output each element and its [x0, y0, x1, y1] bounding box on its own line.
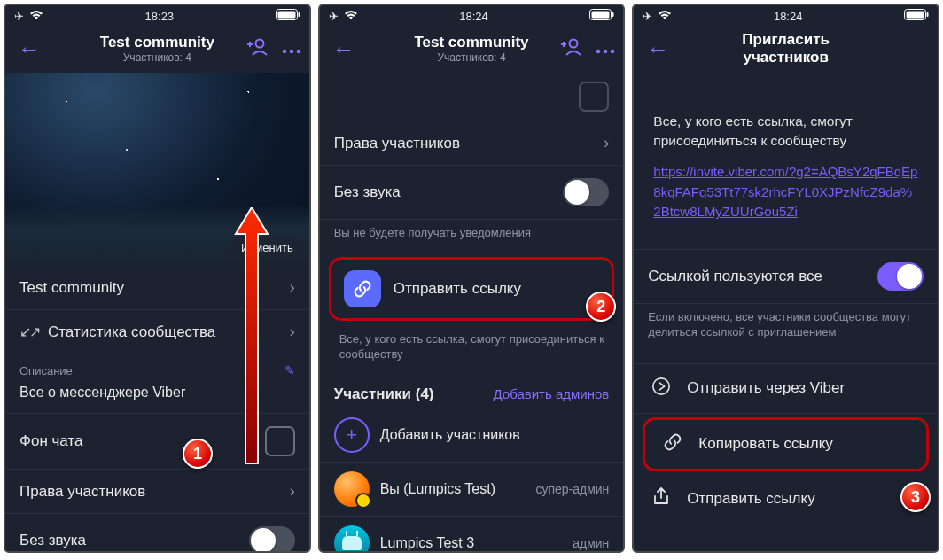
members-count-label: Участники (4) [334, 385, 434, 403]
mute-row[interactable]: Без звука [320, 166, 624, 220]
share-icon [650, 487, 673, 511]
member-row[interactable]: Lumpics Test 3 админ [320, 517, 624, 551]
status-bar: ✈ 18:24 [634, 5, 938, 25]
wifi-icon [658, 10, 672, 23]
member-name: Вы (Lumpics Test) [380, 481, 495, 497]
invite-link[interactable]: https://invite.viber.com/?g2=AQBsY2qFBqE… [634, 157, 938, 226]
send-link-button[interactable]: Отправить ссылку [329, 257, 615, 321]
chevron-right-icon: › [290, 278, 295, 297]
chat-background-label: Фон чата [19, 432, 265, 450]
nav-subtitle: Участников: 4 [414, 51, 528, 64]
link-icon [661, 432, 684, 456]
description-header-label: Описание [19, 364, 73, 377]
avatar [334, 525, 370, 551]
svg-point-10 [570, 39, 578, 47]
send-via-viber-label: Отправить через Viber [687, 379, 845, 397]
svg-rect-16 [907, 12, 924, 19]
send-link-row[interactable]: Отправить ссылку [634, 475, 938, 524]
svg-point-13 [611, 49, 615, 53]
edit-description-icon[interactable]: ✎ [284, 363, 295, 377]
airplane-icon: ✈ [14, 10, 24, 23]
chevron-right-icon: › [290, 482, 295, 501]
member-rights-label: Права участников [19, 483, 284, 501]
status-bar: ✈ 18:23 [5, 5, 309, 25]
clock: 18:23 [145, 10, 175, 23]
clock: 18:24 [774, 10, 803, 23]
share-all-toggle[interactable] [877, 262, 924, 291]
send-link-hint: Все, у кого есть ссылка, смогут присоеди… [320, 326, 624, 373]
mute-label: Без звука [19, 532, 249, 549]
mute-row[interactable]: Без звука [5, 514, 309, 551]
add-member-icon[interactable] [561, 38, 582, 60]
step-badge-1: 1 [183, 439, 213, 469]
member-row[interactable]: Вы (Lumpics Test) супер-админ [320, 463, 624, 517]
add-admins-link[interactable]: Добавить админов [494, 386, 610, 401]
member-name: Lumpics Test 3 [380, 535, 474, 551]
mute-toggle[interactable] [563, 178, 609, 206]
nav-bar: ← Test community Участников: 4 [320, 25, 624, 73]
wifi-icon [29, 10, 43, 23]
mute-hint: Вы не будете получать уведомления [320, 220, 624, 252]
chevron-right-icon: › [604, 134, 609, 152]
svg-point-6 [296, 49, 300, 53]
step-badge-3: 3 [900, 482, 931, 512]
svg-rect-8 [612, 12, 614, 17]
svg-point-4 [282, 49, 286, 53]
copy-link-label: Копировать ссылку [698, 435, 833, 453]
member-role: супер-админ [535, 482, 609, 496]
add-members-label: Добавить участников [380, 427, 520, 443]
wifi-icon [344, 10, 358, 23]
clock: 18:24 [459, 10, 488, 23]
nav-bar: ← Пригласить участников [634, 25, 938, 73]
airplane-icon: ✈ [643, 10, 652, 23]
send-link-label: Отправить ссылку [394, 280, 521, 298]
mute-toggle[interactable] [249, 526, 295, 551]
svg-point-12 [604, 49, 608, 53]
back-button[interactable]: ← [641, 32, 674, 66]
background-preview [579, 82, 609, 112]
screen-1: ✈ 18:23 ← Test community Участников: 4 [4, 4, 311, 553]
member-rights-label: Права участников [334, 135, 599, 152]
add-members-row[interactable]: + Добавить участников [320, 408, 624, 463]
stats-icon: ↙↗ [19, 323, 39, 340]
svg-rect-9 [592, 12, 610, 19]
nav-title: Test community [100, 34, 214, 51]
screen-2: ✈ 18:24 ← Test community Участников: 4 П… [318, 4, 626, 553]
more-icon[interactable] [281, 39, 302, 59]
nav-title: Пригласить участников [710, 31, 861, 66]
nav-subtitle: Участников: 4 [100, 51, 214, 64]
svg-point-5 [289, 49, 293, 53]
partial-label [334, 88, 580, 105]
share-all-row[interactable]: Ссылкой пользуются все [634, 249, 938, 304]
back-button[interactable]: ← [327, 32, 361, 66]
link-icon [344, 270, 381, 307]
forward-icon [650, 377, 673, 401]
chevron-right-icon: › [290, 323, 295, 341]
svg-point-17 [653, 378, 669, 394]
member-rights-row[interactable]: Права участников › [5, 470, 309, 514]
scroll-arrow-icon [234, 207, 269, 468]
add-member-icon[interactable] [247, 38, 269, 60]
screen-3: ✈ 18:24 ← Пригласить участников Все, у к… [632, 4, 939, 553]
nav-title: Test community [414, 34, 528, 51]
members-header: Участники (4) Добавить админов [320, 373, 624, 408]
svg-rect-1 [298, 12, 300, 17]
battery-icon [904, 9, 929, 23]
battery-icon [589, 9, 614, 23]
nav-bar: ← Test community Участников: 4 [5, 25, 309, 73]
airplane-icon: ✈ [329, 10, 339, 23]
member-role: админ [573, 536, 609, 550]
send-link-label: Отправить ссылку [687, 490, 814, 508]
share-all-hint: Если включено, все участники сообщества … [634, 304, 938, 351]
plus-icon: + [334, 417, 370, 453]
copy-link-row[interactable]: Копировать ссылку [643, 417, 929, 471]
back-button[interactable]: ← [12, 32, 46, 66]
svg-point-11 [596, 49, 601, 53]
share-all-label: Ссылкой пользуются все [648, 268, 877, 285]
partial-row[interactable] [320, 73, 624, 121]
send-via-viber-row[interactable]: Отправить через Viber [634, 363, 938, 414]
more-icon[interactable] [595, 39, 616, 59]
svg-rect-2 [277, 12, 295, 19]
svg-point-3 [255, 39, 263, 47]
member-rights-row[interactable]: Права участников › [320, 121, 624, 166]
